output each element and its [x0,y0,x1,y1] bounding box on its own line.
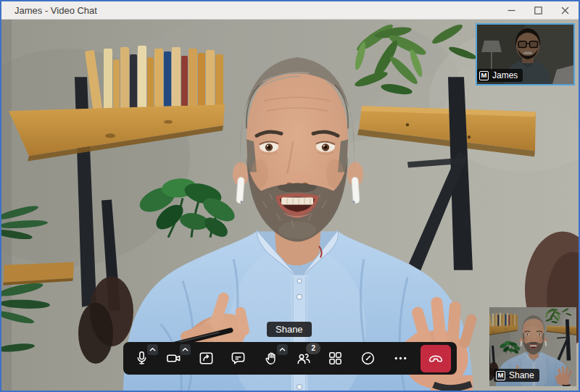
participants-button[interactable]: 2 [291,346,315,371]
maximize-button[interactable] [525,1,552,19]
share-screen-button[interactable] [194,346,218,371]
hang-up-button[interactable] [420,345,451,372]
close-icon [561,7,569,14]
more-options-button[interactable] [388,346,413,371]
more-dots-icon [392,350,409,367]
james-label: M James [477,69,523,82]
mic-indicator-icon: M [496,371,505,380]
hang-up-icon [426,349,445,368]
performance-gauge-icon [360,350,376,367]
chevron-up-icon [279,346,286,353]
camera-button[interactable] [162,346,186,371]
titlebar: James - Video Chat [1,1,579,20]
performance-button[interactable] [356,346,381,371]
shane-name: Shane [509,370,534,380]
thumbnail-james[interactable]: M James [476,23,575,86]
chevron-up-icon [182,346,188,353]
minimize-button[interactable] [498,1,525,19]
chat-button[interactable] [226,346,251,371]
raise-hand-button[interactable] [259,346,283,371]
video-chat-window: James - Video Chat [0,0,580,392]
apps-button[interactable] [323,346,348,371]
participants-count-badge: 2 [306,343,320,354]
maximize-icon [534,7,542,14]
call-toolbar: 2 [123,342,457,375]
apps-grid-icon [327,350,344,367]
window-controls [498,1,579,19]
close-button[interactable] [552,1,579,19]
active-speaker-name: Shane [276,324,303,335]
active-speaker-nametag: Shane [267,322,312,337]
minimize-icon [508,7,515,14]
microphone-options-button[interactable] [147,344,158,355]
raise-hand-options-button[interactable] [277,344,288,355]
james-name: James [492,70,518,80]
chat-icon [230,350,246,367]
microphone-button[interactable] [129,346,154,371]
window-title: James - Video Chat [1,5,498,16]
share-screen-icon [198,350,215,367]
chevron-up-icon [149,346,156,353]
call-stage: Shane [1,20,579,391]
thumbnail-shane[interactable]: M Shane [489,307,576,386]
camera-options-button[interactable] [180,344,191,355]
shane-label: M Shane [494,369,539,382]
mic-indicator-icon: M [479,71,489,80]
